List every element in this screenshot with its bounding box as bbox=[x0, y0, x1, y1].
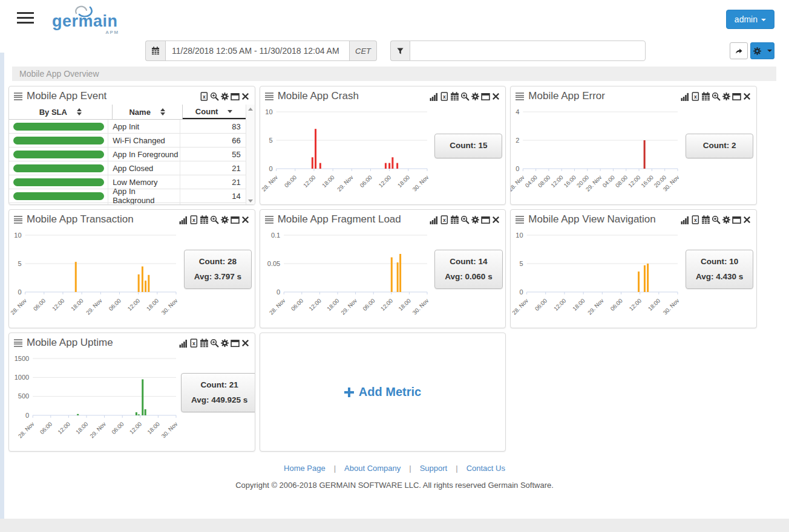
column-header-count[interactable]: Count bbox=[183, 105, 246, 119]
stat-badge[interactable]: Count: 21Avg: 449.925 s bbox=[181, 373, 255, 412]
stat-badge[interactable]: Count: 14Avg: 0.060 s bbox=[434, 250, 502, 289]
close-icon[interactable] bbox=[241, 215, 250, 224]
window-icon[interactable] bbox=[231, 92, 240, 101]
svg-text:4: 4 bbox=[516, 108, 520, 115]
sla-cell bbox=[9, 175, 108, 189]
svg-text:5: 5 bbox=[520, 260, 523, 267]
close-icon[interactable] bbox=[241, 339, 250, 348]
footer-link[interactable]: About Company bbox=[344, 464, 401, 473]
filter-input[interactable] bbox=[410, 41, 646, 61]
chart-bars-icon[interactable] bbox=[681, 92, 690, 101]
excel-icon[interactable]: x bbox=[440, 92, 449, 101]
menu-icon[interactable] bbox=[17, 10, 34, 27]
excel-icon[interactable]: x bbox=[691, 215, 700, 224]
window-icon[interactable] bbox=[481, 92, 490, 101]
column-header-by-sla[interactable]: By SLA bbox=[9, 105, 113, 119]
datatable-icon[interactable] bbox=[200, 215, 209, 224]
zoom-icon[interactable] bbox=[210, 339, 219, 348]
stat-badge[interactable]: Count: 2 bbox=[686, 134, 753, 158]
table-row[interactable]: App Closed21 bbox=[9, 161, 246, 175]
window-icon[interactable] bbox=[732, 215, 741, 224]
scroll-down-icon[interactable] bbox=[248, 199, 253, 203]
collapsed-sidebar-strip[interactable] bbox=[0, 53, 4, 532]
zoom-icon[interactable] bbox=[712, 92, 721, 101]
footer-link[interactable]: Contact Us bbox=[467, 464, 505, 473]
svg-text:18:00: 18:00 bbox=[146, 421, 161, 436]
datatable-icon[interactable] bbox=[450, 215, 459, 224]
gear-icon[interactable] bbox=[722, 92, 731, 101]
chart-bars-icon[interactable] bbox=[179, 339, 188, 348]
svg-text:06:00: 06:00 bbox=[534, 297, 549, 313]
gear-icon[interactable] bbox=[220, 215, 229, 224]
svg-text:12:00: 12:00 bbox=[56, 421, 71, 436]
zoom-icon[interactable] bbox=[210, 215, 219, 224]
stat-badge[interactable]: Count: 10Avg: 4.430 s bbox=[686, 250, 753, 289]
excel-icon[interactable]: x bbox=[200, 92, 209, 101]
gear-icon[interactable] bbox=[220, 339, 229, 348]
close-icon[interactable] bbox=[241, 92, 250, 101]
stat-badge[interactable]: Count: 28Avg: 3.797 s bbox=[184, 250, 252, 289]
gear-icon[interactable] bbox=[471, 92, 480, 101]
window-icon[interactable] bbox=[231, 339, 240, 348]
stat-value: Count: 10 bbox=[696, 255, 743, 269]
settings-menu-button[interactable] bbox=[750, 42, 774, 59]
column-label: Name bbox=[129, 108, 150, 117]
close-icon[interactable] bbox=[491, 215, 500, 224]
excel-icon[interactable]: x bbox=[189, 215, 198, 224]
chart-bars-icon[interactable] bbox=[430, 92, 439, 101]
column-header-name[interactable]: Name bbox=[113, 105, 183, 119]
svg-text:12:00: 12:00 bbox=[377, 174, 392, 189]
share-button[interactable] bbox=[730, 42, 748, 59]
admin-menu-button[interactable]: admin bbox=[726, 10, 774, 29]
gear-icon[interactable] bbox=[471, 215, 480, 224]
stat-value: Count: 28 bbox=[194, 255, 241, 269]
window-icon[interactable] bbox=[231, 215, 240, 224]
dashboard-grid: Mobile App Event x By SLA Name Count App… bbox=[8, 86, 757, 452]
zoom-icon[interactable] bbox=[712, 215, 721, 224]
datatable-icon[interactable] bbox=[200, 339, 209, 348]
zoom-icon[interactable] bbox=[210, 92, 219, 101]
add-metric-panel[interactable]: Add Metric bbox=[260, 332, 506, 452]
table-row[interactable]: App In Background14 bbox=[9, 189, 246, 203]
svg-text:06:00: 06:00 bbox=[107, 297, 122, 313]
zoom-icon[interactable] bbox=[460, 92, 470, 101]
event-name-cell: Phone S bbox=[108, 203, 180, 205]
chart-bars-icon[interactable] bbox=[179, 215, 188, 224]
calendar-icon[interactable] bbox=[145, 41, 165, 61]
datatable-icon[interactable] bbox=[450, 92, 459, 101]
table-row[interactable]: App Init83 bbox=[9, 120, 246, 134]
gear-icon[interactable] bbox=[220, 92, 229, 101]
stat-badge[interactable]: Count: 15 bbox=[434, 134, 502, 158]
zoom-icon[interactable] bbox=[460, 215, 470, 224]
datatable-icon[interactable] bbox=[701, 92, 710, 101]
close-icon[interactable] bbox=[491, 92, 500, 101]
footer-link[interactable]: Home Page bbox=[284, 464, 326, 473]
excel-icon[interactable]: x bbox=[691, 92, 700, 101]
footer-link[interactable]: Support bbox=[420, 464, 448, 473]
svg-text:18:00: 18:00 bbox=[321, 174, 336, 189]
top-header: germain APM admin bbox=[0, 0, 789, 40]
window-icon[interactable] bbox=[732, 92, 741, 101]
excel-icon[interactable]: x bbox=[440, 215, 449, 224]
chart-bars-icon[interactable] bbox=[430, 215, 439, 224]
germain-logo[interactable]: germain APM bbox=[52, 13, 118, 30]
date-range-input[interactable] bbox=[165, 41, 350, 61]
stat-value: Avg: 4.430 s bbox=[696, 270, 743, 284]
close-icon[interactable] bbox=[742, 92, 751, 101]
table-row[interactable]: Phone S4 bbox=[9, 203, 246, 205]
gear-icon[interactable] bbox=[722, 215, 731, 224]
close-icon[interactable] bbox=[742, 215, 751, 224]
table-scrollbar[interactable] bbox=[246, 105, 255, 205]
excel-icon[interactable]: x bbox=[189, 339, 198, 348]
svg-text:0: 0 bbox=[269, 165, 272, 172]
table-row[interactable]: App In Foreground55 bbox=[9, 148, 246, 161]
panel-title: Mobile App Uptime bbox=[27, 337, 113, 349]
datatable-icon[interactable] bbox=[701, 215, 710, 224]
chart-bars-icon[interactable] bbox=[681, 215, 690, 224]
table-row[interactable]: Wi-Fi Changed66 bbox=[9, 134, 246, 148]
scroll-up-icon[interactable] bbox=[248, 108, 253, 111]
window-icon[interactable] bbox=[481, 215, 490, 224]
svg-text:x: x bbox=[694, 94, 697, 100]
svg-text:12:00: 12:00 bbox=[51, 297, 66, 313]
sla-cell bbox=[9, 120, 108, 133]
